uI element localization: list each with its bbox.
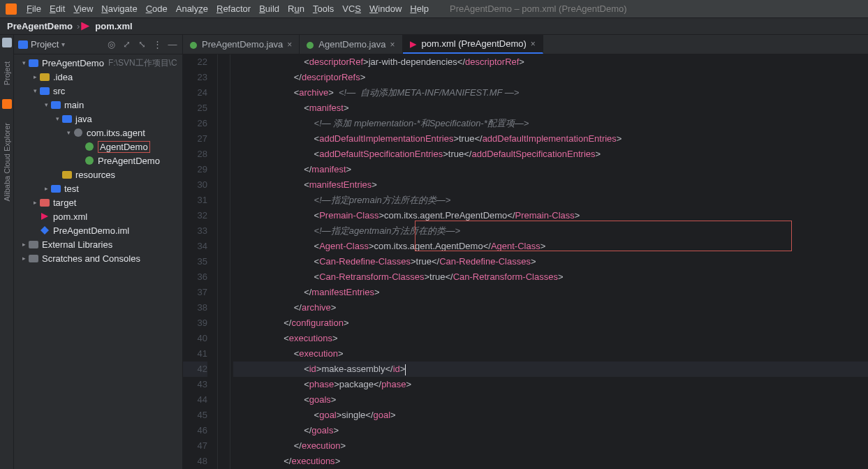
menu-refactor[interactable]: Refactor — [212, 3, 255, 14]
tree-class-agentdemo[interactable]: AgentDemo — [14, 140, 182, 154]
project-tool-icon[interactable] — [2, 38, 12, 47]
menu-build[interactable]: Build — [255, 3, 284, 14]
window-title: PreAgentDemo – pom.xml (PreAgentDemo) — [450, 3, 627, 14]
tab-preagentdemo[interactable]: PreAgentDemo.java× — [183, 35, 300, 54]
menu-vcs[interactable]: VCS — [338, 3, 365, 14]
project-label: Project — [31, 39, 59, 50]
menu-run[interactable]: Run — [284, 3, 309, 14]
tab-pom[interactable]: pom.xml (PreAgentDemo)× — [403, 35, 543, 54]
locate-icon[interactable]: ◎ — [105, 39, 117, 50]
menu-window[interactable]: Window — [365, 3, 406, 14]
close-icon[interactable]: × — [287, 40, 292, 50]
editor-area: PreAgentDemo.java× AgentDemo.java× pom.x… — [183, 35, 868, 469]
tree-iml[interactable]: PreAgentDemo.iml — [14, 223, 182, 237]
project-panel: Project ▾ ◎ ⤢ ⤡ ⋮ — ▾PreAgentDemoF:\SVN工… — [14, 35, 183, 469]
tree-root[interactable]: ▾PreAgentDemoF:\SVN工作项目\C — [14, 56, 182, 70]
tree-src[interactable]: ▾src — [14, 84, 182, 98]
menu-help[interactable]: Help — [406, 3, 433, 14]
tree-class-preagentdemo[interactable]: PreAgentDemo — [14, 154, 182, 168]
expand-icon[interactable]: ⤢ — [121, 39, 132, 50]
tree-test[interactable]: ▸test — [14, 181, 182, 195]
code-editor[interactable]: 2223242526272829303132333435363738394041… — [183, 54, 868, 469]
project-tree: ▾PreAgentDemoF:\SVN工作项目\C ▸.idea ▾src ▾m… — [14, 54, 182, 469]
tree-java[interactable]: ▾java — [14, 112, 182, 126]
tree-pom[interactable]: pom.xml — [14, 209, 182, 223]
collapse-icon[interactable]: ⤡ — [136, 39, 147, 50]
close-icon[interactable]: × — [390, 40, 395, 50]
hide-icon[interactable]: — — [167, 39, 178, 50]
tree-external-libs[interactable]: ▸External Libraries — [14, 237, 182, 251]
gutter-marks — [218, 54, 230, 469]
app-icon — [6, 3, 17, 15]
menu-analyze[interactable]: Analyze — [172, 3, 212, 14]
menu-tools[interactable]: Tools — [309, 3, 338, 14]
tree-scratches[interactable]: ▸Scratches and Consoles — [14, 251, 182, 265]
code-text[interactable]: <descriptorRef>jar-with-dependencies</de… — [230, 54, 868, 469]
tree-main[interactable]: ▾main — [14, 98, 182, 112]
menu-view[interactable]: View — [69, 3, 97, 14]
menu-edit[interactable]: Edit — [45, 3, 69, 14]
alibaba-tool-label[interactable]: Alibaba Cloud Explorer — [3, 123, 11, 202]
breadcrumb-root[interactable]: PreAgentDemo — [4, 21, 75, 31]
maven-icon — [81, 22, 89, 31]
tool-stripe-left: Project Alibaba Cloud Explorer — [0, 35, 14, 469]
menubar: File Edit View Navigate Code Analyze Ref… — [0, 0, 868, 18]
gutter: 2223242526272829303132333435363738394041… — [183, 54, 218, 469]
tree-package[interactable]: ▾com.itxs.agent — [14, 126, 182, 140]
folder-icon — [18, 40, 28, 49]
menu-code[interactable]: Code — [142, 3, 172, 14]
tree-target[interactable]: ▸target — [14, 195, 182, 209]
breadcrumb-file[interactable]: pom.xml — [92, 21, 135, 31]
editor-tabs: PreAgentDemo.java× AgentDemo.java× pom.x… — [183, 35, 868, 54]
breadcrumb: PreAgentDemo › pom.xml — [0, 18, 868, 35]
menu-file[interactable]: File — [22, 3, 45, 14]
tree-resources[interactable]: resources — [14, 168, 182, 181]
close-icon[interactable]: × — [531, 39, 536, 49]
project-view-switcher[interactable]: Project ▾ — [18, 39, 65, 50]
menu-navigate[interactable]: Navigate — [97, 3, 141, 14]
options-icon[interactable]: ⋮ — [152, 39, 163, 50]
project-tool-label[interactable]: Project — [3, 61, 11, 85]
project-panel-header: Project ▾ ◎ ⤢ ⤡ ⋮ — — [14, 35, 182, 54]
tab-agentdemo[interactable]: AgentDemo.java× — [300, 35, 402, 54]
tree-idea[interactable]: ▸.idea — [14, 70, 182, 84]
chevron-down-icon: ▾ — [61, 40, 65, 48]
alibaba-tool-icon[interactable] — [2, 99, 12, 109]
